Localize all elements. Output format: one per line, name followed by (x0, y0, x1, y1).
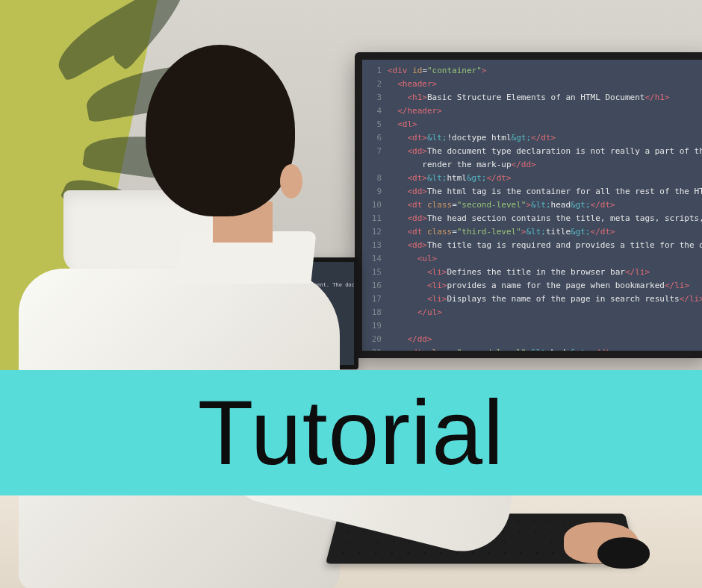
monitor-screen-code: 1<div id="container"> 2 <header> 3 <h1>B… (362, 60, 702, 351)
scene-background: 1<div id="container"> 2 <header> 3 <h1>B… (0, 0, 702, 588)
banner-title: Tutorial (198, 381, 504, 485)
mouse (597, 537, 650, 569)
external-monitor: 1<div id="container"> 2 <header> 3 <h1>B… (355, 52, 702, 358)
title-banner: Tutorial (0, 370, 702, 495)
